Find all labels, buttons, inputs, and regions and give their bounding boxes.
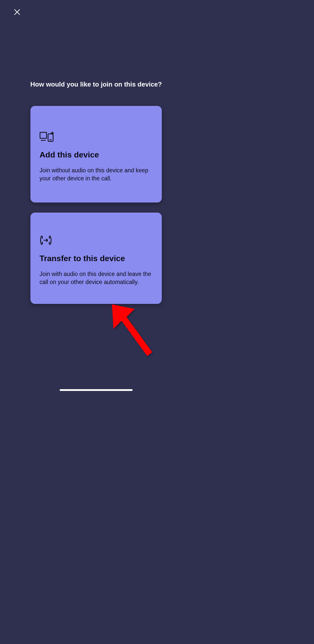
transfer-device-option[interactable]: Transfer to this device Join with audio …	[30, 213, 162, 304]
transfer-call-icon	[40, 235, 153, 246]
prompt-heading: How would you like to join on this devic…	[30, 80, 162, 88]
close-icon	[13, 8, 21, 16]
add-device-description: Join without audio on this device and ke…	[40, 167, 153, 182]
add-device-title: Add this device	[40, 150, 153, 159]
add-device-icon	[40, 131, 153, 142]
transfer-device-description: Join with audio on this device and leave…	[40, 270, 153, 286]
home-indicator[interactable]	[60, 389, 133, 391]
main-content: How would you like to join on this devic…	[0, 0, 192, 314]
svg-rect-2	[40, 132, 47, 138]
transfer-device-title: Transfer to this device	[40, 254, 153, 263]
add-device-option[interactable]: Add this device Join without audio on th…	[30, 106, 162, 203]
close-button[interactable]	[13, 8, 22, 17]
